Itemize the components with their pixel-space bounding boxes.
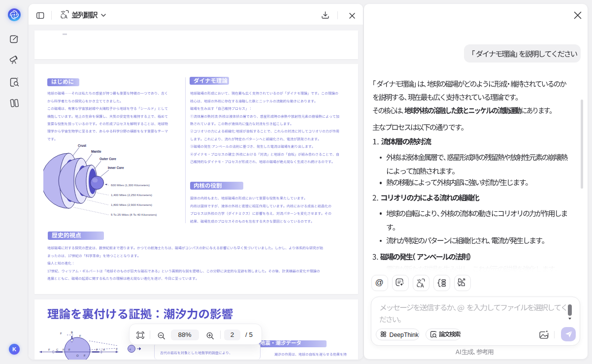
svg-text:F: F: [48, 348, 50, 351]
svg-text:F: F: [68, 348, 70, 351]
svg-text:A: A: [103, 348, 105, 351]
svg-text:T: T: [116, 348, 118, 351]
svg-text:B: B: [71, 331, 73, 334]
svg-text:Outer Core: Outer Core: [99, 157, 116, 161]
svg-text:c: c: [130, 348, 131, 351]
svg-text:Mantle: Mantle: [91, 150, 101, 153]
svg-text:Inner Core: Inner Core: [108, 166, 124, 169]
svg-text:F: F: [96, 348, 98, 351]
svg-text:F: F: [84, 354, 86, 357]
svg-text:O: O: [76, 354, 79, 357]
svg-text:C: C: [56, 348, 59, 351]
svg-text:F: F: [60, 332, 62, 335]
svg-text:1,800 Miles (2,900 Kilometers): 1,800 Miles (2,900 Kilometers): [111, 203, 152, 206]
svg-text:F: F: [79, 334, 81, 337]
svg-text:5 To 25 Miles (8 To 40 Kilomet: 5 To 25 Miles (8 To 40 Kilometers): [111, 213, 157, 216]
svg-text:F: F: [63, 348, 65, 351]
svg-text:1,400 Miles (2,250 Kilometers): 1,400 Miles (2,250 Kilometers): [111, 193, 152, 197]
svg-text:Crust: Crust: [78, 144, 87, 147]
svg-text:600 Miles (1,300 Kilometers): 600 Miles (1,300 Kilometers): [111, 183, 150, 187]
